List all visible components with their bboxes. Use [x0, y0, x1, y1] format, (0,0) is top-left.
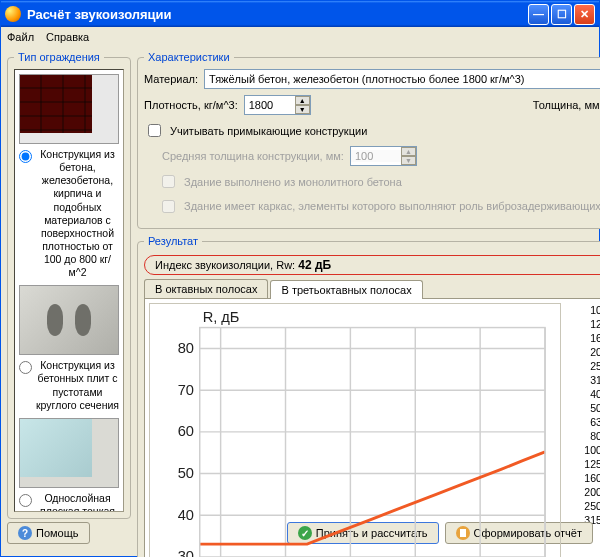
spin-down-icon[interactable]: ▼ [295, 105, 310, 114]
freq-row: 125 Гц: 33,1 дБ [565, 317, 600, 331]
svg-text:40: 40 [178, 507, 194, 523]
chart: 304050607080125250500100020004000R, дБf,… [149, 303, 561, 557]
monolith-checkbox [162, 175, 175, 188]
wall-label-0: Конструкция из бетона, железобетона, кир… [36, 148, 119, 279]
wall-radio-0[interactable] [19, 150, 32, 163]
density-label: Плотность, кг/м^3: [144, 99, 238, 111]
freq-row: 800 Гц: 41,2 дБ [565, 429, 600, 443]
tab-third-octave[interactable]: В третьоктавных полосах [270, 280, 422, 299]
wall-type-list[interactable]: Конструкция из бетона, железобетона, кир… [14, 69, 124, 512]
svg-text:80: 80 [178, 340, 194, 356]
monolith-label: Здание выполнено из монолитного бетона [184, 176, 402, 188]
rw-index-badge: Индекс звукоизоляции, Rw: 42 дБ [144, 255, 600, 275]
panel-icon [19, 418, 119, 488]
freq-row: 1000 Гц: 43,1 дБ [565, 443, 600, 457]
frame-checkbox [162, 200, 175, 213]
avg-thickness-label: Средняя толщина конструкции, мм: [162, 150, 344, 162]
wall-label-1: Конструкция из бетонных плит с пустотами… [36, 359, 119, 412]
wall-type-group: Тип ограждения Конструкция из бетона, же… [7, 51, 131, 519]
freq-row: 315 Гц: 33,1 дБ [565, 373, 600, 387]
freq-row: 1250 Гц: 45,0 дБ [565, 457, 600, 471]
window-title: Расчёт звукоизоляции [27, 7, 528, 22]
characteristics-legend: Характеристики [144, 51, 234, 63]
menu-help[interactable]: Справка [46, 31, 89, 43]
freq-row: 1600 Гц: 47,2 дБ [565, 471, 600, 485]
help-button[interactable]: ? Помощь [7, 522, 90, 544]
freq-row: 100 Гц: 33,1 дБ [565, 303, 600, 317]
density-input[interactable]: ▲▼ [244, 95, 311, 115]
hollow-block-icon [19, 285, 119, 355]
material-label: Материал: [144, 73, 198, 85]
material-select[interactable]: Тяжёлый бетон, железобетон (плотностью б… [204, 69, 600, 89]
thickness-label: Толщина, мм: [533, 99, 600, 111]
wall-radio-1[interactable] [19, 361, 32, 374]
menubar: Файл Справка [1, 27, 599, 47]
titlebar: Расчёт звукоизоляции — ☐ ✕ [1, 1, 599, 27]
menu-file[interactable]: Файл [7, 31, 34, 43]
freq-row: 2000 Гц: 49,1 дБ [565, 485, 600, 499]
rw-value: 42 дБ [298, 258, 331, 272]
svg-text:60: 60 [178, 423, 194, 439]
svg-text:30: 30 [178, 548, 194, 557]
wall-radio-2[interactable] [19, 494, 32, 507]
svg-rect-26 [200, 328, 545, 557]
wall-item-hollow[interactable]: Конструкция из бетонных плит с пустотами… [19, 285, 119, 412]
adjacent-checkbox[interactable] [148, 124, 161, 137]
adjacent-label: Учитывать примыкающие конструкции [170, 125, 367, 137]
wall-item-concrete[interactable]: Конструкция из бетона, железобетона, кир… [19, 74, 119, 279]
close-button[interactable]: ✕ [574, 4, 595, 25]
spin-up-icon: ▲ [401, 147, 416, 156]
characteristics-group: Характеристики Материал: Тяжёлый бетон, … [137, 51, 600, 229]
brick-icon [19, 74, 119, 144]
result-group: Результат Индекс звукоизоляции, Rw: 42 д… [137, 235, 600, 557]
result-legend: Результат [144, 235, 202, 247]
frame-label: Здание имеет каркас, элементы которого в… [184, 200, 600, 213]
maximize-button[interactable]: ☐ [551, 4, 572, 25]
spin-up-icon[interactable]: ▲ [295, 96, 310, 105]
report-icon [456, 526, 470, 540]
tab-octave[interactable]: В октавных полосах [144, 279, 268, 298]
svg-text:70: 70 [178, 382, 194, 398]
help-icon: ? [18, 526, 32, 540]
wall-type-legend: Тип ограждения [14, 51, 104, 63]
freq-row: 500 Гц: 37,1 дБ [565, 401, 600, 415]
app-icon [5, 6, 21, 22]
avg-thickness-input: ▲▼ [350, 146, 417, 166]
rw-label: Индекс звукоизоляции, Rw: [155, 259, 295, 271]
wall-item-panel[interactable]: Однослойная плоская тонкая ограждающая к… [19, 418, 119, 512]
freq-row: 250 Гц: 33,1 дБ [565, 359, 600, 373]
svg-text:R, дБ: R, дБ [203, 309, 240, 325]
svg-text:50: 50 [178, 465, 194, 481]
freq-row: 200 Гц: 33,1 дБ [565, 345, 600, 359]
freq-row: 630 Гц: 39,1 дБ [565, 415, 600, 429]
minimize-button[interactable]: — [528, 4, 549, 25]
frequency-list[interactable]: 100 Гц: 33,1 дБ125 Гц: 33,1 дБ160 Гц: 33… [565, 303, 600, 557]
freq-row: 160 Гц: 33,1 дБ [565, 331, 600, 345]
freq-row: 2500 Гц: 51,0 дБ [565, 499, 600, 513]
spin-down-icon: ▼ [401, 156, 416, 165]
freq-row: 400 Гц: 35,2 дБ [565, 387, 600, 401]
wall-label-2: Однослойная плоская тонкая ограждающая к… [36, 492, 119, 512]
